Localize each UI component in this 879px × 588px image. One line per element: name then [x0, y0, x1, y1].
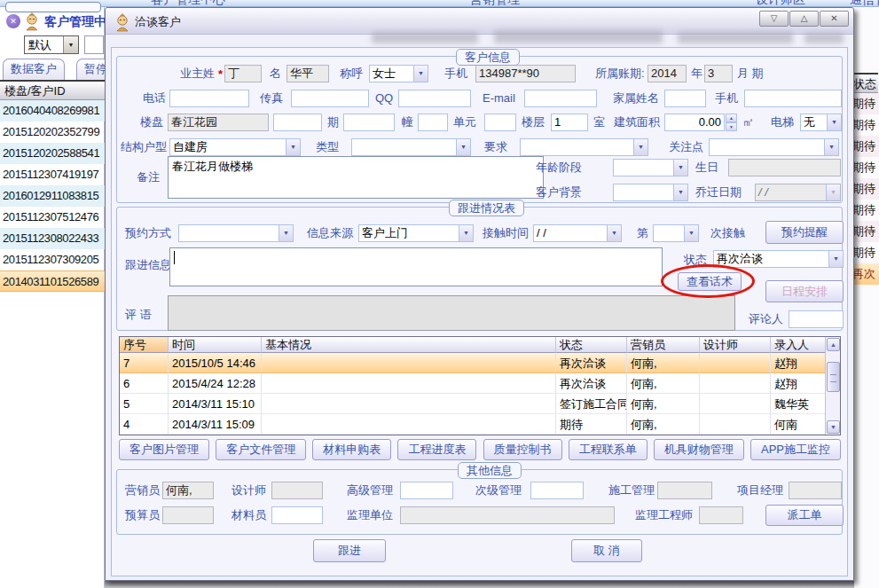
close-button[interactable]: ✕ — [820, 11, 849, 27]
list-item[interactable]: 2016012911083815 — [0, 185, 105, 207]
top-nav-item[interactable]: 设计师区 — [756, 0, 805, 7]
table-row[interactable]: 4 2014/3/11 15:09 期待 何南, 何南 — [120, 414, 840, 435]
appointment-reminder-button[interactable]: 预约提醒 — [765, 221, 844, 244]
commenter-input[interactable] — [789, 310, 844, 328]
top-nav-item[interactable]: 营销管理 — [470, 0, 520, 7]
account-month-input[interactable]: 3 — [704, 65, 733, 82]
mobile-input[interactable]: 134987**90 — [475, 65, 576, 82]
list-item[interactable]: 2015120202588541 — [0, 143, 105, 164]
floor-input[interactable]: 1 — [551, 114, 588, 131]
list-item-selected[interactable]: 2014031101526589 — [0, 270, 105, 292]
scroll-up-icon[interactable]: ▲ — [827, 338, 840, 351]
dialog-titlebar[interactable]: 洽谈客户 ▽ △ ✕ — [106, 8, 853, 35]
list-item[interactable]: 2015120202352799 — [0, 122, 105, 143]
estate-input[interactable]: 春江花园 — [168, 114, 269, 131]
secondary-mgr-input[interactable] — [530, 482, 584, 499]
appoint-method-select[interactable]: ▼ — [178, 224, 294, 242]
dispatch-order-button[interactable]: 派工单 — [765, 505, 844, 526]
move-date-select[interactable]: / /▼ — [755, 184, 841, 201]
requirement-select[interactable]: ▼ — [520, 138, 648, 156]
list-item[interactable]: 2015112307419197 — [0, 164, 105, 185]
age-stage-select[interactable]: ▼ — [613, 159, 688, 176]
cancel-button[interactable]: 取 消 — [571, 539, 642, 562]
material-input[interactable] — [271, 506, 323, 524]
owner-surname-input[interactable]: 丁 — [224, 65, 262, 82]
filter-extra-field[interactable] — [84, 35, 104, 54]
chevron-down-icon[interactable]: ▼ — [824, 139, 838, 155]
maximize-button[interactable]: △ — [789, 11, 819, 27]
senior-mgr-input[interactable] — [400, 482, 453, 499]
tab-data-customers[interactable]: 数据客户 — [3, 59, 65, 80]
column-header[interactable]: 设计师 — [700, 337, 771, 353]
account-year-input[interactable]: 2014 — [647, 65, 687, 82]
salutation-select[interactable]: 女士▼ — [369, 65, 428, 82]
app-construction-monitor-button[interactable]: APP施工监控 — [750, 439, 841, 460]
unit-input[interactable] — [484, 114, 516, 131]
elevator-select[interactable]: 无▼ — [800, 114, 842, 131]
table-row-selected[interactable]: 7 2015/10/5 14:46 再次洽谈 何南, 赵翔 — [120, 353, 840, 373]
chevron-down-icon[interactable]: ▼ — [607, 225, 621, 241]
stage-input[interactable] — [343, 114, 395, 131]
chevron-down-icon[interactable]: ▼ — [63, 36, 78, 53]
column-header[interactable]: 序号 — [120, 337, 169, 353]
type-select[interactable]: ▼ — [351, 138, 471, 156]
column-header[interactable]: 营销员 — [627, 337, 700, 353]
column-header[interactable]: 基本情况 — [262, 337, 556, 353]
birthday-input[interactable] — [728, 159, 841, 176]
table-row[interactable]: 5 2014/3/11 15:10 签订施工合同 何南, 魏华英 — [120, 394, 840, 414]
qq-input[interactable] — [398, 90, 471, 107]
scrollbar-thumb[interactable] — [827, 362, 840, 392]
project-schedule-button[interactable]: 工程进度表 — [397, 439, 476, 460]
background-select[interactable]: ▼ — [613, 184, 688, 201]
status-select[interactable]: 再次洽谈▼ — [713, 250, 844, 268]
list-column-header[interactable]: 楼盘/客户ID — [0, 80, 105, 100]
focus-select[interactable]: ▼ — [709, 138, 839, 156]
list-item[interactable]: 2016040408269981 — [0, 100, 105, 122]
chevron-down-icon[interactable]: ▼ — [684, 225, 698, 241]
phone-input[interactable] — [169, 90, 249, 107]
estate-extra-input[interactable] — [273, 114, 322, 131]
structure-select[interactable]: 自建房▼ — [169, 138, 301, 156]
follow-info-textarea[interactable] — [169, 247, 663, 286]
info-source-select[interactable]: 客户上门▼ — [358, 224, 474, 242]
column-header[interactable]: 录入人 — [771, 337, 827, 353]
table-scrollbar[interactable]: ▲ ▼ — [825, 337, 840, 435]
family-mobile-input[interactable] — [744, 90, 842, 107]
project-contact-sheet-button[interactable]: 工程联系单 — [569, 439, 647, 460]
building-input[interactable] — [418, 114, 448, 131]
given-name-input[interactable]: 华平 — [286, 65, 329, 82]
quality-control-button[interactable]: 质量控制书 — [483, 439, 562, 460]
material-request-button[interactable]: 材料申购表 — [312, 439, 391, 460]
chevron-down-icon[interactable]: ▼ — [828, 251, 843, 267]
chevron-down-icon[interactable]: ▼ — [633, 139, 647, 155]
table-row[interactable]: 6 2015/4/24 12:28 再次洽谈 何南, 赵翔 — [120, 373, 840, 394]
chevron-down-icon[interactable]: ▼ — [456, 139, 470, 155]
column-header[interactable]: 时间 — [169, 337, 262, 353]
list-item[interactable]: 2015112307512476 — [0, 207, 105, 228]
chevron-down-icon[interactable]: ▼ — [413, 66, 428, 82]
area-stepper[interactable]: ▲▼ — [726, 114, 737, 131]
follow-up-button[interactable]: 跟进 — [313, 539, 386, 562]
list-item[interactable]: 2015112307309205 — [0, 249, 105, 270]
chevron-down-icon[interactable]: ▼ — [279, 225, 293, 241]
top-nav-item[interactable]: 通信管理 — [850, 0, 879, 7]
chevron-down-icon[interactable]: ▼ — [673, 160, 687, 176]
email-input[interactable] — [524, 90, 597, 107]
column-header[interactable]: 状态 — [556, 337, 627, 353]
ordinal-select[interactable]: ▼ — [653, 224, 699, 242]
remark-textarea[interactable]: 春江花月做楼梯 — [168, 156, 544, 199]
minimize-button[interactable]: ▽ — [759, 11, 789, 27]
list-item[interactable]: 2015112308022433 — [0, 228, 105, 249]
customer-file-mgmt-button[interactable]: 客户文件管理 — [216, 439, 306, 460]
schedule-button[interactable]: 日程安排 — [765, 280, 844, 302]
fax-input[interactable] — [291, 90, 369, 107]
chevron-down-icon[interactable]: ▼ — [827, 114, 841, 130]
top-nav-item[interactable]: 客户管理中心 — [151, 0, 225, 7]
family-name-input[interactable] — [664, 90, 706, 107]
close-tab-icon[interactable]: ✕ — [6, 14, 20, 28]
filter-dropdown[interactable]: 默认 ▼ — [24, 35, 79, 54]
area-input[interactable]: 0.00 — [664, 114, 725, 131]
view-script-button[interactable]: 查看话术 — [678, 272, 742, 291]
chevron-down-icon[interactable]: ▼ — [459, 225, 473, 241]
chevron-down-icon[interactable]: ▼ — [286, 139, 300, 155]
